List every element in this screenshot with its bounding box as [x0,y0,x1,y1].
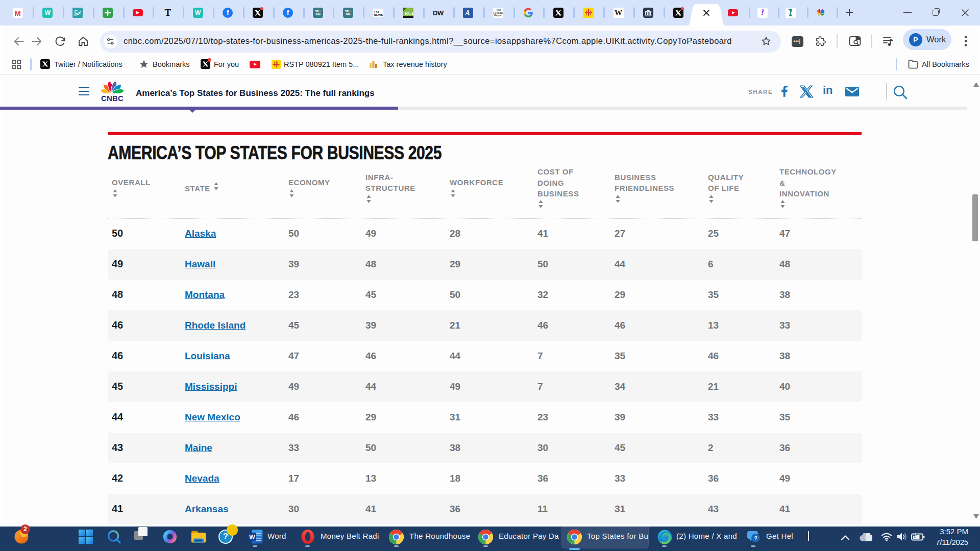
svg-text:W: W [249,534,255,541]
svg-text:A: A [464,9,470,17]
svg-text:RCE: RCE [405,11,413,16]
svg-text:?: ? [754,535,757,541]
